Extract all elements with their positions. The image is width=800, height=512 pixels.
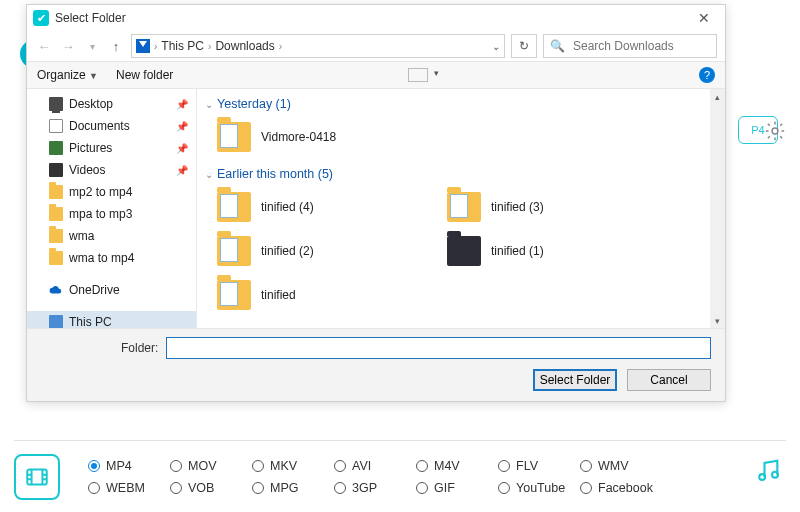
organize-menu[interactable]: Organize ▼ [37,68,98,82]
new-folder-button[interactable]: New folder [116,68,173,82]
svg-point-2 [759,474,765,480]
tree-item[interactable]: Documents📌 [27,115,196,137]
format-label: MP4 [106,459,132,473]
format-option-mp4[interactable]: MP4 [88,459,170,473]
folder-icon [49,185,63,199]
format-label: M4V [434,459,460,473]
tree-item[interactable]: mp2 to mp4 [27,181,196,203]
breadcrumb-this-pc[interactable]: This PC [161,39,204,53]
group-header[interactable]: ⌄Yesterday (1) [203,93,719,115]
radio-icon [170,482,182,494]
radio-icon [580,460,592,472]
audio-category-icon[interactable] [754,456,782,488]
app-icon: ✔ [33,10,49,26]
tree-label: Videos [69,163,105,177]
format-label: FLV [516,459,538,473]
chevron-down-icon: ⌄ [205,169,213,180]
tree-label: This PC [69,315,112,328]
help-icon[interactable]: ? [699,67,715,83]
refresh-icon[interactable]: ↻ [511,34,537,58]
chevron-right-icon[interactable]: › [208,41,211,52]
pin-icon: 📌 [176,121,188,132]
folder-icon [49,251,63,265]
tree-item[interactable]: wma [27,225,196,247]
select-folder-button[interactable]: Select Folder [533,369,617,391]
format-option-flv[interactable]: FLV [498,459,580,473]
divider [14,440,786,441]
downloads-icon [136,39,150,53]
format-option-gif[interactable]: GIF [416,481,498,495]
format-label: 3GP [352,481,377,495]
search-box[interactable]: 🔍 [543,34,717,58]
address-bar[interactable]: › This PC › Downloads › ⌄ [131,34,505,58]
folder-label: tinified (2) [261,244,314,258]
format-option-mov[interactable]: MOV [170,459,252,473]
radio-icon [498,482,510,494]
tree-item[interactable]: wma to mp4 [27,247,196,269]
format-option-mpg[interactable]: MPG [252,481,334,495]
format-option-3gp[interactable]: 3GP [334,481,416,495]
format-label: GIF [434,481,455,495]
format-option-webm[interactable]: WEBM [88,481,170,495]
pin-icon: 📌 [176,99,188,110]
doc-icon [49,119,63,133]
tree-item[interactable]: Desktop📌 [27,93,196,115]
navigation-tree: Desktop📌Documents📌Pictures📌Videos📌mp2 to… [27,89,197,328]
recent-locations-icon[interactable]: ▾ [83,37,101,55]
folder-item[interactable]: tinified (4) [217,187,417,227]
folder-item[interactable]: tinified [217,275,417,315]
folder-item[interactable]: tinified (3) [447,187,647,227]
tree-item[interactable]: Videos📌 [27,159,196,181]
folder-item[interactable]: tinified (2) [217,231,417,271]
breadcrumb-downloads[interactable]: Downloads [215,39,274,53]
tree-label: Documents [69,119,130,133]
close-icon[interactable]: ✕ [689,10,719,26]
cancel-button[interactable]: Cancel [627,369,711,391]
tree-label: Desktop [69,97,113,111]
tree-onedrive[interactable]: OneDrive [27,279,196,301]
format-option-m4v[interactable]: M4V [416,459,498,473]
pin-icon: 📌 [176,143,188,154]
folder-label: tinified (3) [491,200,544,214]
folder-input[interactable] [166,337,711,359]
tree-item[interactable]: mpa to mp3 [27,203,196,225]
group-title: Yesterday (1) [217,97,291,111]
forward-icon: → [59,37,77,55]
tree-item[interactable]: Pictures📌 [27,137,196,159]
tree-this-pc[interactable]: This PC [27,311,196,328]
tree-label: Pictures [69,141,112,155]
radio-icon [498,460,510,472]
group-header[interactable]: ⌄Earlier this month (5) [203,163,719,185]
chevron-right-icon[interactable]: › [154,41,157,52]
gear-icon[interactable] [764,120,786,142]
format-option-wmv[interactable]: WMV [580,459,662,473]
format-option-mkv[interactable]: MKV [252,459,334,473]
format-option-youtube[interactable]: YouTube [498,481,580,495]
video-category-icon[interactable] [14,454,60,500]
folder-icon [447,192,481,222]
pic-icon [49,141,63,155]
dialog-title: Select Folder [55,11,126,25]
address-dropdown-icon[interactable]: ⌄ [492,41,500,52]
scroll-up-icon[interactable]: ▴ [710,89,725,104]
chevron-right-icon[interactable]: › [279,41,282,52]
search-input[interactable] [571,38,710,54]
select-folder-dialog: ✔ Select Folder ✕ ← → ▾ ↑ › This PC › Do… [26,4,726,402]
up-icon[interactable]: ↑ [107,37,125,55]
format-option-avi[interactable]: AVI [334,459,416,473]
search-icon: 🔍 [550,39,565,53]
radio-icon [334,482,346,494]
back-icon[interactable]: ← [35,37,53,55]
folder-item[interactable]: tinified (1) [447,231,647,271]
format-label: WMV [598,459,629,473]
folder-item[interactable]: Vidmore-0418 [217,117,417,157]
scroll-down-icon[interactable]: ▾ [710,313,725,328]
format-option-vob[interactable]: VOB [170,481,252,495]
view-options-icon[interactable] [408,68,428,82]
tree-label: mpa to mp3 [69,207,132,221]
radio-icon [252,460,264,472]
folder-label: Vidmore-0418 [261,130,336,144]
format-option-facebook[interactable]: Facebook [580,481,662,495]
scrollbar[interactable]: ▴ ▾ [710,89,725,328]
vid-icon [49,163,63,177]
